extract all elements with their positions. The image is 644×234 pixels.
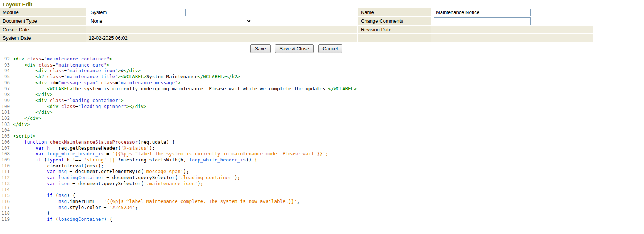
form-row-dates: Create Date Revision Date (0, 25, 593, 34)
system-date-value: 12-02-2025 06:02 (86, 34, 358, 42)
line-number: 115 (0, 192, 10, 198)
code-line: 108 var loop_while_header_is = '{{%pjs ^… (0, 151, 644, 157)
code-text: <div class="maintenance-icon">⚙</div> (13, 68, 141, 73)
line-number: 107 (0, 145, 10, 151)
code-text: var h = req.getResponseHeader('X-status'… (13, 145, 155, 151)
code-text: if (loadingContainer) { (13, 216, 112, 222)
empty-value-cell (431, 34, 593, 42)
line-number: 92 (0, 56, 10, 62)
code-text: clearInterval(cmsi); (13, 163, 104, 169)
line-number: 96 (0, 80, 10, 86)
line-number: 97 (0, 86, 10, 92)
line-number: 106 (0, 139, 10, 145)
line-number: 105 (0, 133, 10, 139)
code-text: <div class="maintenance-card"> (13, 62, 109, 68)
code-line: 101 </div> (0, 109, 644, 115)
line-number: 93 (0, 62, 10, 68)
code-text: <WCLABEL>The system is currently undergo… (13, 86, 357, 91)
page-title: Layout Edit (3, 2, 32, 8)
code-line: 97 <WCLABEL>The system is currently unde… (0, 86, 644, 92)
code-text: </div> (13, 109, 52, 115)
code-line: 107 var h = req.getResponseHeader('X-sta… (0, 145, 644, 151)
code-line: 109 if (typeof h !== 'string' || !miestr… (0, 157, 644, 163)
code-text: </div> (13, 115, 41, 121)
code-line: 104 (0, 127, 644, 133)
change-comments-input[interactable] (434, 17, 531, 25)
code-line: 93 <div class="maintenance-card"> (0, 62, 644, 68)
revision-date-value (431, 25, 593, 34)
document-type-label: Document Type (0, 17, 86, 25)
code-line: 105<script> (0, 133, 644, 139)
line-number: 99 (0, 98, 10, 104)
layout-form: Module Name Document Type None Change Co… (0, 8, 593, 42)
line-number: 108 (0, 151, 10, 157)
code-line: 110 clearInterval(cmsi); (0, 163, 644, 169)
save-button[interactable]: Save (250, 44, 271, 53)
line-number: 110 (0, 163, 10, 169)
code-line: 118 } (0, 210, 644, 216)
line-number: 103 (0, 121, 10, 127)
line-number: 98 (0, 91, 10, 98)
save-close-button[interactable]: Save & Close (275, 44, 314, 53)
code-text: msg.innerHTML = '{{%pjs ^label Maintenan… (13, 198, 300, 204)
code-text: var loadingContainer = document.querySel… (13, 175, 240, 180)
code-text: var loop_while_header_is = '{{%pjs ^labe… (13, 151, 328, 157)
code-text: } (13, 210, 50, 216)
change-comments-label: Change Comments (358, 17, 431, 25)
code-text: if (typeof h !== 'string' || !miestring.… (13, 157, 257, 163)
code-line: 95 <h2 class="maintenance-title"><WCLABE… (0, 74, 644, 80)
revision-date-label: Revision Date (358, 25, 431, 34)
line-number: 109 (0, 157, 10, 163)
line-number: 94 (0, 68, 10, 74)
change-comments-field-cell (431, 17, 593, 25)
line-number: 102 (0, 115, 10, 121)
line-number: 117 (0, 205, 10, 211)
code-line: 96 <div id="message_span" class="mainten… (0, 80, 644, 86)
code-text: <div class="maintenance-container"> (13, 56, 112, 62)
module-input[interactable] (89, 9, 186, 16)
form-row-doctype-comments: Document Type None Change Comments (0, 17, 593, 25)
line-number: 114 (0, 186, 10, 192)
line-number: 118 (0, 210, 10, 216)
code-line: 117 msg.style.color = '#2c5234'; (0, 205, 644, 211)
line-number: 112 (0, 175, 10, 181)
document-type-field-cell: None (86, 17, 358, 25)
line-number: 111 (0, 169, 10, 175)
code-text: <div id="message_span" class="maintenanc… (13, 80, 180, 85)
code-text: <div class="loading-spinner"></div> (13, 104, 146, 109)
line-number: 100 (0, 104, 10, 110)
code-editor[interactable]: 92<div class="maintenance-container">93 … (0, 55, 644, 222)
code-text: <script> (13, 133, 35, 139)
form-row-module-name: Module Name (0, 8, 593, 17)
code-line: 98 </div> (0, 91, 644, 98)
code-line: 112 var loadingContainer = document.quer… (0, 175, 644, 181)
empty-label-cell (358, 34, 431, 42)
line-number: 116 (0, 198, 10, 205)
module-label: Module (0, 8, 86, 17)
create-date-value (86, 25, 358, 34)
code-text: msg.style.color = '#2c5234'; (13, 205, 138, 210)
line-number: 104 (0, 127, 10, 133)
code-text: if (msg) { (13, 192, 75, 198)
line-number: 101 (0, 109, 10, 115)
code-line: 92<div class="maintenance-container"> (0, 56, 644, 62)
cancel-button[interactable]: Cancel (318, 44, 342, 53)
code-line: 111 var msg = document.getElementById('m… (0, 169, 644, 175)
module-field-cell (86, 8, 358, 17)
code-line: 119 if (loadingContainer) { (0, 216, 644, 222)
code-text: var msg = document.getElementById('messa… (13, 169, 189, 174)
line-number: 119 (0, 216, 10, 222)
code-line: 115 if (msg) { (0, 192, 644, 198)
code-line: 94 <div class="maintenance-icon">⚙</div> (0, 68, 644, 74)
name-input[interactable] (434, 9, 531, 16)
document-type-select[interactable]: None (89, 17, 252, 25)
name-label: Name (358, 8, 431, 17)
line-number: 113 (0, 181, 10, 187)
code-text: </div> (13, 91, 52, 97)
name-field-cell (431, 8, 593, 17)
create-date-label: Create Date (0, 25, 86, 34)
code-text: function checkMaintenanceStatusProcessor… (13, 139, 175, 145)
code-line: 100 <div class="loading-spinner"></div> (0, 104, 644, 110)
code-line: 102 </div> (0, 115, 644, 121)
header-rule (35, 5, 644, 5)
